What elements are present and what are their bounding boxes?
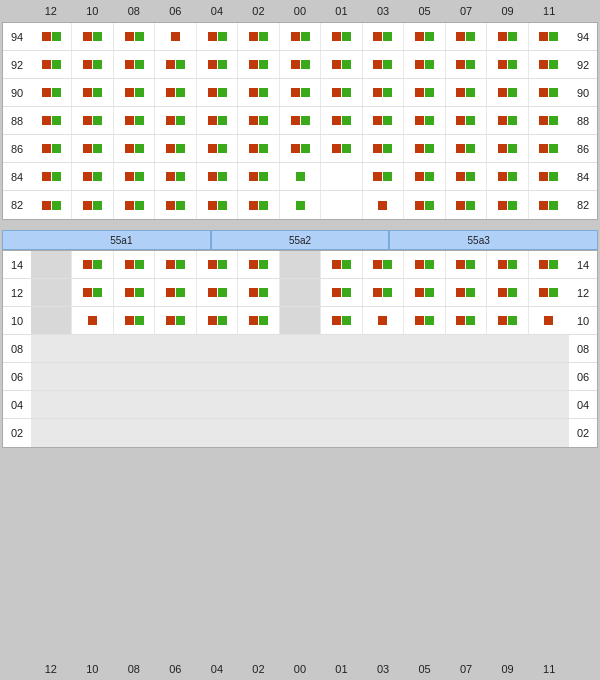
row-label-right: 04 — [569, 399, 597, 411]
green-square — [425, 116, 434, 125]
red-square — [291, 144, 300, 153]
green-square — [383, 60, 392, 69]
red-square — [539, 172, 548, 181]
red-square — [83, 60, 92, 69]
red-square — [456, 32, 465, 41]
grid-cell — [238, 419, 279, 447]
green-square — [135, 260, 144, 269]
row-label-right: 06 — [569, 371, 597, 383]
grid-cell — [197, 307, 238, 334]
red-square — [415, 116, 424, 125]
red-square — [415, 260, 424, 269]
green-square — [301, 60, 310, 69]
red-square — [498, 144, 507, 153]
row-label: 86 — [3, 143, 31, 155]
green-square — [259, 260, 268, 269]
red-square — [539, 288, 548, 297]
bottom-grid: 1414121210100808060604040202 — [2, 250, 598, 448]
red-square — [166, 116, 175, 125]
red-square — [456, 88, 465, 97]
separator — [0, 220, 600, 230]
red-square — [208, 172, 217, 181]
grid-cell — [31, 363, 72, 390]
green-square — [383, 172, 392, 181]
col-header-02: 02 — [238, 663, 280, 675]
red-square — [42, 201, 51, 210]
red-square — [539, 201, 548, 210]
grid-cell — [72, 307, 113, 334]
col-header-11: 11 — [528, 5, 570, 17]
row-cells — [31, 23, 569, 50]
grid-cell — [404, 279, 445, 306]
col-header-04: 04 — [196, 663, 238, 675]
row-label: 12 — [3, 287, 31, 299]
red-square — [249, 116, 258, 125]
grid-row: 0606 — [3, 363, 597, 391]
green-square — [383, 116, 392, 125]
green-square — [383, 260, 392, 269]
green-square — [176, 144, 185, 153]
green-square — [176, 172, 185, 181]
red-square — [291, 116, 300, 125]
green-square — [218, 32, 227, 41]
col-header-00: 00 — [279, 663, 321, 675]
green-square — [135, 288, 144, 297]
green-square — [93, 116, 102, 125]
col-header-06: 06 — [155, 5, 197, 17]
red-square — [373, 288, 382, 297]
red-square — [125, 32, 134, 41]
red-square — [208, 116, 217, 125]
grid-cell — [72, 335, 113, 362]
green-square — [549, 60, 558, 69]
col-header-01: 01 — [321, 663, 363, 675]
red-square — [125, 201, 134, 210]
grid-cell — [404, 335, 445, 362]
grid-cell — [446, 307, 487, 334]
green-square — [93, 32, 102, 41]
green-square — [342, 316, 351, 325]
grid-cell — [487, 363, 528, 390]
row-cells — [31, 307, 569, 334]
row-label-right: 92 — [569, 59, 597, 71]
grid-cell — [197, 335, 238, 362]
red-square — [83, 144, 92, 153]
row-cells — [31, 163, 569, 190]
red-square — [208, 201, 217, 210]
red-square — [125, 316, 134, 325]
red-square — [291, 32, 300, 41]
col-header-11: 11 — [528, 663, 570, 675]
green-square — [93, 260, 102, 269]
green-square — [135, 144, 144, 153]
green-square — [425, 260, 434, 269]
grid-cell — [72, 419, 113, 447]
grid-cell — [404, 307, 445, 334]
red-square — [42, 60, 51, 69]
red-square — [208, 316, 217, 325]
col-header-07: 07 — [445, 5, 487, 17]
red-square — [166, 172, 175, 181]
green-square — [93, 201, 102, 210]
green-square — [176, 316, 185, 325]
red-square — [249, 201, 258, 210]
green-square — [93, 144, 102, 153]
grid-cell — [321, 335, 362, 362]
green-square — [508, 116, 517, 125]
grid-row: 8686 — [3, 135, 597, 163]
red-square — [373, 88, 382, 97]
col-header-08: 08 — [113, 5, 155, 17]
grid-cell — [487, 279, 528, 306]
red-square — [42, 144, 51, 153]
grid-cell — [404, 419, 445, 447]
grid-cell — [114, 279, 155, 306]
red-square — [208, 60, 217, 69]
red-square — [208, 288, 217, 297]
col-header-09: 09 — [487, 663, 529, 675]
red-square — [373, 260, 382, 269]
green-square — [218, 288, 227, 297]
row-label-right: 02 — [569, 427, 597, 439]
col-header-02: 02 — [238, 5, 280, 17]
grid-cell — [280, 307, 321, 334]
green-square — [466, 60, 475, 69]
grid-cell — [404, 363, 445, 390]
grid-cell — [487, 307, 528, 334]
